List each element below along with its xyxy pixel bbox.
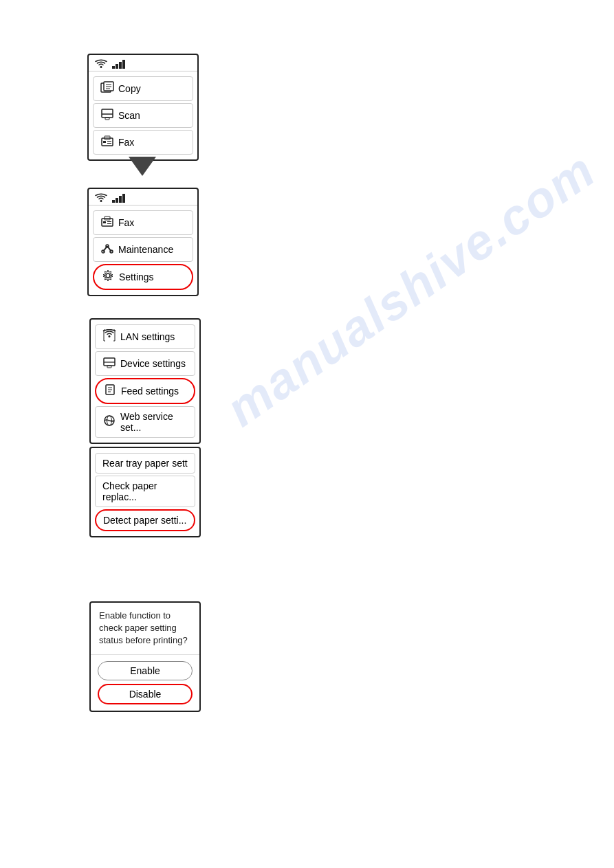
svg-rect-17 <box>103 221 106 223</box>
panel2-items: Fax Maintenance <box>89 205 197 295</box>
panel3-items: LAN settings Device settings <box>91 320 199 443</box>
arrow-down-1 <box>129 157 156 176</box>
menu-item-feed[interactable]: Feed settings <box>95 378 195 404</box>
wifi-icon-2 <box>94 192 108 203</box>
wifi-icon <box>94 58 108 69</box>
lan-label: LAN settings <box>120 331 175 342</box>
menu-item-fax2[interactable]: Fax <box>93 210 193 235</box>
settings-icon <box>101 269 115 285</box>
menu-item-fax[interactable]: Fax <box>93 130 193 155</box>
dialog-text: Enable function to check paper setting s… <box>91 603 199 655</box>
signal-bars-1 <box>112 59 125 69</box>
feed-label: Feed settings <box>121 386 179 397</box>
svg-rect-11 <box>103 141 106 143</box>
menu-item-detect-paper[interactable]: Detect paper setti... <box>95 509 195 531</box>
fax-icon <box>100 135 114 150</box>
feed-icon <box>103 383 117 399</box>
copy-label: Copy <box>118 83 141 94</box>
bar2 <box>116 64 118 69</box>
panel4-items: Rear tray paper sett Check paper replac.… <box>91 448 199 536</box>
menu-item-maintenance[interactable]: Maintenance <box>93 237 193 262</box>
panel-detect-dialog: Enable function to check paper setting s… <box>89 601 201 712</box>
svg-point-0 <box>100 66 102 68</box>
bar3 <box>119 62 122 69</box>
fax-icon-2 <box>100 215 114 230</box>
svg-rect-29 <box>107 366 111 368</box>
menu-item-device[interactable]: Device settings <box>95 351 195 376</box>
maintenance-label: Maintenance <box>118 244 173 255</box>
signal-bars-2 <box>112 193 125 203</box>
lan-icon <box>102 329 116 344</box>
watermark: manualshive.com <box>216 142 606 438</box>
menu-item-scan[interactable]: Scan <box>93 103 193 128</box>
settings-label: Settings <box>119 271 154 282</box>
bar1 <box>112 66 115 69</box>
btn-disable[interactable]: Disable <box>98 684 193 704</box>
scan-icon <box>100 108 114 123</box>
web-label: Web service set... <box>120 411 188 433</box>
bar4 <box>122 60 125 69</box>
fax-label: Fax <box>118 137 134 148</box>
svg-point-14 <box>100 200 102 202</box>
panel1-items: Copy Scan <box>89 71 197 159</box>
fax2-label: Fax <box>118 217 134 228</box>
detect-paper-label: Detect paper setti... <box>103 515 186 526</box>
svg-point-23 <box>110 250 113 253</box>
check-paper-label: Check paper replac... <box>102 480 188 502</box>
scan-label: Scan <box>118 110 140 121</box>
svg-rect-6 <box>102 109 113 118</box>
panel-feed-submenu: Rear tray paper sett Check paper replac.… <box>89 447 201 537</box>
svg-rect-18 <box>107 221 111 222</box>
menu-item-settings[interactable]: Settings <box>93 264 193 290</box>
menu-item-web[interactable]: Web service set... <box>95 406 195 438</box>
status-bar-1 <box>89 55 197 71</box>
device-label: Device settings <box>120 358 186 369</box>
device-icon <box>102 356 116 371</box>
panel5-buttons: Enable Disable <box>91 655 199 711</box>
rear-tray-label: Rear tray paper sett <box>102 458 188 469</box>
svg-rect-13 <box>107 143 111 144</box>
panel-copy-scan-fax: Copy Scan <box>87 54 199 161</box>
panel-fax-maintenance-settings: Fax Maintenance <box>87 188 199 296</box>
menu-item-lan[interactable]: LAN settings <box>95 324 195 349</box>
copy-icon <box>100 81 114 96</box>
status-bar-2 <box>89 189 197 205</box>
svg-rect-12 <box>107 141 111 142</box>
menu-item-rear-tray[interactable]: Rear tray paper sett <box>95 453 195 474</box>
svg-point-21 <box>102 250 105 253</box>
svg-rect-8 <box>105 118 109 120</box>
svg-rect-19 <box>107 223 111 224</box>
svg-point-26 <box>109 335 111 337</box>
menu-item-check-paper[interactable]: Check paper replac... <box>95 476 195 507</box>
btn-enable[interactable]: Enable <box>98 661 193 680</box>
maintenance-icon <box>100 242 114 257</box>
svg-point-25 <box>106 274 110 278</box>
panel-settings-submenu: LAN settings Device settings <box>89 318 201 444</box>
menu-item-copy[interactable]: Copy <box>93 76 193 101</box>
web-icon <box>102 414 116 430</box>
